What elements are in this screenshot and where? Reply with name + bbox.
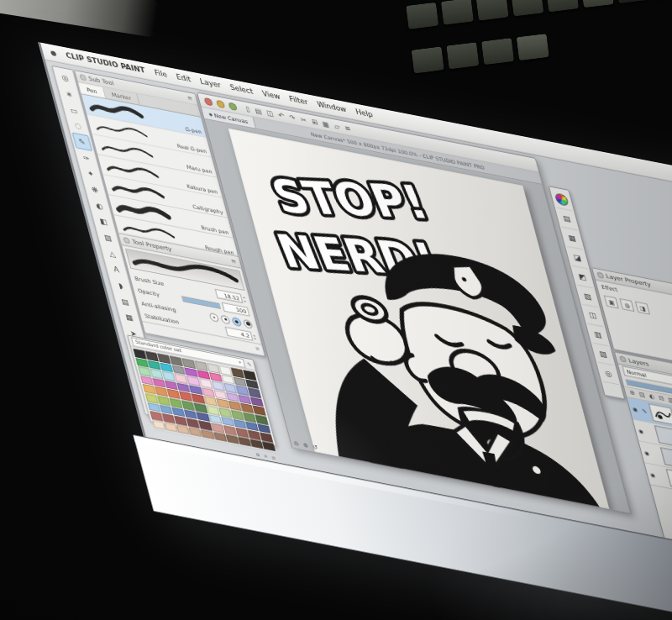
new-folder-icon[interactable]: ▤ — [638, 391, 646, 399]
border-effect-icon[interactable]: ▣ — [604, 296, 619, 309]
delete-color-icon[interactable]: ✕ — [263, 453, 269, 460]
menu-item[interactable]: Edit — [176, 73, 192, 84]
decoration-tool-icon[interactable]: ❋ — [85, 180, 106, 199]
canvas-page[interactable]: STOP! NERD! — [228, 129, 613, 514]
figure-tool-icon[interactable]: △ — [102, 244, 123, 263]
keyboard-key — [511, 0, 543, 17]
keyboard-key — [517, 34, 549, 60]
information-icon[interactable]: ▥ — [588, 324, 609, 347]
keyboard-key — [476, 0, 509, 21]
tone-effect-icon[interactable]: ◍ — [619, 298, 634, 312]
visibility-eye-icon[interactable]: ◉ — [649, 471, 659, 480]
menu-item[interactable]: File — [154, 69, 168, 80]
visibility-eye-icon[interactable]: ◉ — [643, 449, 653, 458]
clip-to-layer-icon[interactable]: ⊟ — [658, 395, 664, 402]
zoom-tool-icon[interactable]: ◎ — [55, 68, 76, 87]
balloon-tool-icon[interactable]: ◗ — [110, 276, 131, 295]
zoom-out-icon[interactable]: ⊖ — [293, 440, 300, 448]
redo-icon[interactable]: ↷ — [289, 113, 297, 122]
photo-stage: ● CLIP STUDIO PAINT FileEditLayerSelectV… — [0, 0, 672, 620]
add-color-icon[interactable]: ⊕ — [255, 451, 260, 458]
anti-aliasing-strong-button[interactable] — [243, 318, 254, 328]
layer-mask-icon[interactable]: ◐ — [648, 393, 655, 401]
detail-settings-icon[interactable]: ≡ — [255, 344, 260, 351]
fill-tool-icon[interactable]: ◧ — [93, 212, 114, 231]
color-history-icon[interactable]: ▧ — [577, 286, 598, 308]
gradient-tool-icon[interactable]: ▨ — [97, 228, 118, 247]
panel-close-icon[interactable] — [596, 271, 604, 278]
blend-tool-icon[interactable]: ◐ — [89, 196, 110, 215]
keyboard-key — [441, 0, 474, 25]
panel-menu-icon[interactable]: ≡ — [230, 257, 237, 265]
visibility-eye-icon[interactable]: ◉ — [632, 406, 641, 414]
menu-item[interactable]: Layer — [199, 77, 222, 90]
anti-aliasing-weak-button[interactable] — [220, 314, 231, 324]
layer-color-effect-icon[interactable]: ◨ — [635, 302, 650, 315]
navigator-icon[interactable]: ◎ — [598, 363, 619, 386]
grid-icon[interactable]: ⊞ — [311, 118, 318, 126]
layer-list: ◉ ✎ 100 %Normal Layer 3 — [627, 397, 672, 507]
color-set-icon[interactable]: ▦ — [562, 228, 583, 250]
panel-close-icon[interactable] — [123, 237, 130, 244]
panel-menu-icon[interactable]: ≡ — [186, 94, 193, 102]
ruler-icon[interactable]: ▱ — [333, 122, 341, 130]
move-tool-icon[interactable]: ∗ — [59, 84, 80, 103]
undo-icon[interactable]: ↶ — [277, 111, 285, 119]
zoom-window-button[interactable] — [228, 102, 238, 111]
toolbar-settings-icon[interactable]: ≡ — [344, 124, 351, 133]
keyboard-key — [546, 0, 579, 12]
brush-size-stepper[interactable]: ▴▾ — [243, 296, 246, 302]
new-file-icon[interactable]: ▯ — [245, 105, 251, 113]
intermediate-color-icon[interactable]: ◪ — [567, 247, 588, 270]
layer-thumbnail[interactable] — [666, 469, 672, 491]
anti-aliasing-medium-button[interactable] — [231, 317, 242, 327]
snap-icon[interactable]: ▦ — [322, 120, 330, 129]
color-set-settings-icon[interactable]: ≡ — [270, 454, 276, 460]
sub-view-icon[interactable]: ◫ — [583, 305, 604, 328]
apple-menu-icon[interactable]: ● — [50, 49, 58, 57]
panel-close-icon[interactable] — [79, 74, 87, 81]
panel-close-icon[interactable] — [619, 355, 627, 362]
menu-item[interactable]: Filter — [288, 95, 308, 107]
color-swatch[interactable] — [262, 441, 276, 451]
zoom-in-icon[interactable]: ⊕ — [302, 442, 309, 449]
menu-item[interactable]: Window — [316, 100, 347, 114]
material-icon[interactable]: ▨ — [593, 344, 614, 366]
editing-pencil-icon: ✎ — [641, 407, 649, 416]
operation-tool-icon[interactable]: ▭ — [63, 100, 84, 119]
merge-layer-icon[interactable]: ▥ — [668, 397, 672, 404]
correct-line-tool-icon[interactable]: ▦ — [118, 307, 139, 327]
open-file-icon[interactable]: ▤ — [254, 107, 262, 116]
selection-tool-icon[interactable]: ◌ — [67, 116, 88, 135]
anti-aliasing-none-button[interactable] — [208, 312, 219, 322]
keyboard — [398, 0, 672, 97]
menu-item[interactable]: Help — [354, 108, 374, 119]
approximate-color-icon[interactable]: ◩ — [572, 266, 593, 289]
layer-thumbnail[interactable] — [648, 403, 672, 425]
desk-edge — [0, 0, 159, 38]
menu-item[interactable]: View — [261, 89, 281, 101]
pencil-tool-icon[interactable]: ✑ — [76, 148, 97, 167]
save-icon[interactable]: ◫ — [265, 109, 274, 118]
layer-thumbnail[interactable] — [654, 425, 672, 447]
stabilization-stepper[interactable]: ▴▾ — [253, 334, 256, 340]
cut-icon[interactable]: ✂ — [300, 116, 307, 124]
color-slider-icon[interactable]: ▤ — [557, 208, 578, 231]
keyboard-key — [406, 3, 438, 29]
keyboard-key — [616, 0, 648, 3]
edit-color-set-icon[interactable]: ✎ — [246, 360, 252, 367]
frame-border-tool-icon[interactable]: ▤ — [114, 292, 135, 311]
close-button[interactable] — [203, 97, 213, 106]
minimize-button[interactable] — [216, 99, 226, 108]
color-wheel-icon[interactable] — [552, 189, 573, 212]
text-tool-icon[interactable]: A — [106, 260, 127, 279]
desk-reflection — [428, 494, 672, 620]
color-swatch-grid — [131, 347, 278, 454]
visibility-eye-icon[interactable]: ◉ — [638, 428, 647, 436]
pen-tool-icon[interactable]: ✎ — [71, 132, 92, 151]
new-layer-icon[interactable]: ⊕ — [629, 389, 636, 397]
artwork-text-line1: STOP! — [264, 170, 435, 229]
airbrush-tool-icon[interactable]: ✦ — [81, 164, 102, 183]
keyboard-key — [412, 46, 444, 73]
menu-item[interactable]: Select — [229, 83, 255, 96]
